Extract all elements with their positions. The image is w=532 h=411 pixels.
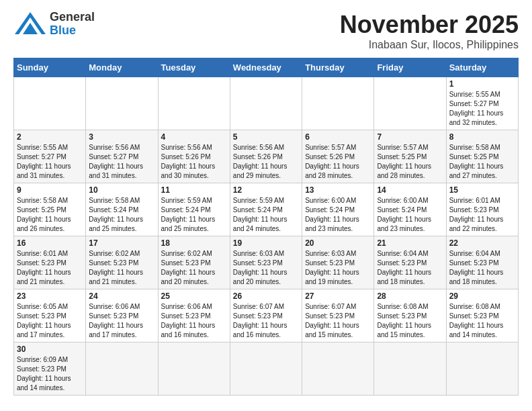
day-number: 19	[233, 238, 299, 248]
calendar-body: 1Sunrise: 5:55 AMSunset: 5:27 PMDaylight…	[14, 77, 519, 396]
day-info: Sunrise: 6:04 AMSunset: 5:23 PMDaylight:…	[449, 249, 515, 287]
calendar-cell: 4Sunrise: 5:56 AMSunset: 5:26 PMDaylight…	[158, 130, 230, 183]
calendar-header: SundayMondayTuesdayWednesdayThursdayFrid…	[14, 58, 519, 77]
day-info: Sunrise: 6:05 AMSunset: 5:23 PMDaylight:…	[17, 302, 83, 340]
day-number: 11	[161, 185, 227, 195]
calendar-cell: 8Sunrise: 5:58 AMSunset: 5:25 PMDaylight…	[446, 130, 518, 183]
calendar-cell	[302, 342, 374, 396]
day-info: Sunrise: 6:07 AMSunset: 5:23 PMDaylight:…	[233, 302, 299, 340]
weekday-header-tuesday: Tuesday	[158, 58, 230, 77]
weekday-header-monday: Monday	[86, 58, 158, 77]
logo: General Blue	[13, 11, 95, 38]
logo-text: General Blue	[50, 11, 95, 38]
day-number: 21	[377, 238, 443, 248]
day-number: 3	[89, 132, 154, 142]
day-info: Sunrise: 5:55 AMSunset: 5:27 PMDaylight:…	[449, 90, 515, 128]
day-number: 14	[377, 185, 443, 195]
day-info: Sunrise: 5:57 AMSunset: 5:25 PMDaylight:…	[377, 143, 443, 181]
calendar-cell	[230, 342, 302, 396]
calendar-cell: 15Sunrise: 6:01 AMSunset: 5:23 PMDayligh…	[446, 183, 518, 236]
day-info: Sunrise: 6:07 AMSunset: 5:23 PMDaylight:…	[305, 302, 371, 340]
weekday-header-saturday: Saturday	[446, 58, 518, 77]
day-info: Sunrise: 5:56 AMSunset: 5:27 PMDaylight:…	[89, 143, 154, 181]
day-info: Sunrise: 6:00 AMSunset: 5:24 PMDaylight:…	[377, 196, 443, 234]
calendar-cell: 6Sunrise: 5:57 AMSunset: 5:26 PMDaylight…	[302, 130, 374, 183]
day-number: 12	[233, 185, 299, 195]
calendar-cell	[158, 342, 230, 396]
calendar-cell	[86, 77, 158, 130]
calendar-cell: 28Sunrise: 6:08 AMSunset: 5:23 PMDayligh…	[374, 289, 446, 342]
calendar-cell	[302, 77, 374, 130]
day-info: Sunrise: 6:01 AMSunset: 5:23 PMDaylight:…	[449, 196, 515, 234]
day-info: Sunrise: 6:03 AMSunset: 5:23 PMDaylight:…	[305, 249, 371, 287]
day-number: 30	[17, 345, 83, 354]
calendar-title: November 2025 Inabaan Sur, Ilocos, Phili…	[340, 11, 519, 51]
day-info: Sunrise: 6:00 AMSunset: 5:24 PMDaylight:…	[305, 196, 371, 234]
calendar-cell: 29Sunrise: 6:08 AMSunset: 5:23 PMDayligh…	[446, 289, 518, 342]
day-number: 24	[89, 291, 154, 301]
day-number: 2	[17, 132, 83, 142]
calendar-cell: 21Sunrise: 6:04 AMSunset: 5:23 PMDayligh…	[374, 236, 446, 289]
calendar-cell: 5Sunrise: 5:56 AMSunset: 5:26 PMDaylight…	[230, 130, 302, 183]
calendar-cell: 18Sunrise: 6:02 AMSunset: 5:23 PMDayligh…	[158, 236, 230, 289]
calendar-cell: 16Sunrise: 6:01 AMSunset: 5:23 PMDayligh…	[14, 236, 86, 289]
day-number: 10	[89, 185, 154, 195]
calendar-cell: 25Sunrise: 6:06 AMSunset: 5:23 PMDayligh…	[158, 289, 230, 342]
weekday-header-row: SundayMondayTuesdayWednesdayThursdayFrid…	[14, 58, 519, 77]
calendar-cell	[158, 77, 230, 130]
calendar-cell	[230, 77, 302, 130]
day-number: 6	[305, 132, 371, 142]
calendar-cell: 19Sunrise: 6:03 AMSunset: 5:23 PMDayligh…	[230, 236, 302, 289]
day-info: Sunrise: 5:58 AMSunset: 5:25 PMDaylight:…	[449, 143, 515, 181]
day-info: Sunrise: 6:06 AMSunset: 5:23 PMDaylight:…	[89, 302, 154, 340]
calendar-cell: 2Sunrise: 5:55 AMSunset: 5:27 PMDaylight…	[14, 130, 86, 183]
day-number: 29	[449, 291, 515, 301]
calendar-cell: 10Sunrise: 5:58 AMSunset: 5:24 PMDayligh…	[86, 183, 158, 236]
day-number: 8	[449, 132, 515, 142]
day-number: 4	[161, 132, 227, 142]
location-heading: Inabaan Sur, Ilocos, Philippines	[340, 39, 519, 51]
calendar-cell: 14Sunrise: 6:00 AMSunset: 5:24 PMDayligh…	[374, 183, 446, 236]
day-number: 23	[17, 291, 83, 301]
day-info: Sunrise: 6:03 AMSunset: 5:23 PMDaylight:…	[233, 249, 299, 287]
calendar-cell: 22Sunrise: 6:04 AMSunset: 5:23 PMDayligh…	[446, 236, 518, 289]
calendar-cell: 27Sunrise: 6:07 AMSunset: 5:23 PMDayligh…	[302, 289, 374, 342]
calendar-week-2: 2Sunrise: 5:55 AMSunset: 5:27 PMDaylight…	[14, 130, 519, 183]
day-number: 5	[233, 132, 299, 142]
day-number: 18	[161, 238, 227, 248]
calendar-cell: 12Sunrise: 5:59 AMSunset: 5:24 PMDayligh…	[230, 183, 302, 236]
day-info: Sunrise: 6:06 AMSunset: 5:23 PMDaylight:…	[161, 302, 227, 340]
calendar-cell: 13Sunrise: 6:00 AMSunset: 5:24 PMDayligh…	[302, 183, 374, 236]
day-info: Sunrise: 6:02 AMSunset: 5:23 PMDaylight:…	[161, 249, 227, 287]
calendar-cell	[14, 77, 86, 130]
calendar-cell: 7Sunrise: 5:57 AMSunset: 5:25 PMDaylight…	[374, 130, 446, 183]
weekday-header-sunday: Sunday	[14, 58, 86, 77]
logo-blue: Blue	[50, 24, 95, 38]
weekday-header-thursday: Thursday	[302, 58, 374, 77]
day-number: 16	[17, 238, 83, 248]
day-info: Sunrise: 5:59 AMSunset: 5:24 PMDaylight:…	[233, 196, 299, 234]
day-info: Sunrise: 5:57 AMSunset: 5:26 PMDaylight:…	[305, 143, 371, 181]
day-info: Sunrise: 5:55 AMSunset: 5:27 PMDaylight:…	[17, 143, 83, 181]
day-info: Sunrise: 6:01 AMSunset: 5:23 PMDaylight:…	[17, 249, 83, 287]
day-info: Sunrise: 6:04 AMSunset: 5:23 PMDaylight:…	[377, 249, 443, 287]
calendar-cell: 23Sunrise: 6:05 AMSunset: 5:23 PMDayligh…	[14, 289, 86, 342]
day-number: 27	[305, 291, 371, 301]
weekday-header-wednesday: Wednesday	[230, 58, 302, 77]
day-info: Sunrise: 6:09 AMSunset: 5:23 PMDaylight:…	[17, 355, 83, 393]
day-number: 13	[305, 185, 371, 195]
calendar-week-4: 16Sunrise: 6:01 AMSunset: 5:23 PMDayligh…	[14, 236, 519, 289]
day-info: Sunrise: 5:58 AMSunset: 5:24 PMDaylight:…	[89, 196, 154, 234]
weekday-header-friday: Friday	[374, 58, 446, 77]
calendar-week-5: 23Sunrise: 6:05 AMSunset: 5:23 PMDayligh…	[14, 289, 519, 342]
calendar-cell	[374, 342, 446, 396]
day-info: Sunrise: 5:56 AMSunset: 5:26 PMDaylight:…	[233, 143, 299, 181]
page-header: General Blue November 2025 Inabaan Sur, …	[13, 11, 519, 51]
day-info: Sunrise: 6:08 AMSunset: 5:23 PMDaylight:…	[377, 302, 443, 340]
day-number: 28	[377, 291, 443, 301]
day-number: 9	[17, 185, 83, 195]
calendar-cell: 9Sunrise: 5:58 AMSunset: 5:25 PMDaylight…	[14, 183, 86, 236]
calendar-week-1: 1Sunrise: 5:55 AMSunset: 5:27 PMDaylight…	[14, 77, 519, 130]
logo-icon	[13, 11, 47, 38]
day-number: 20	[305, 238, 371, 248]
